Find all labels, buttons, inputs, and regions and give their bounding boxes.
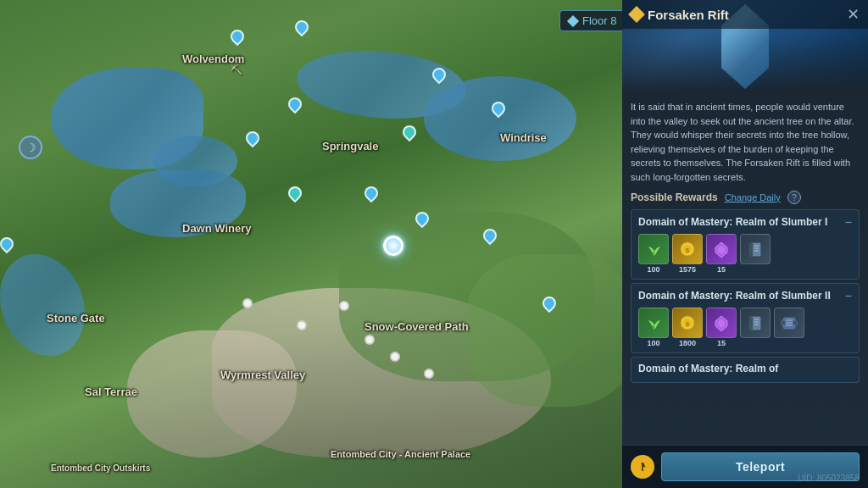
- map-pin-star-3: [339, 301, 349, 311]
- reward-icon-book-1: [740, 234, 771, 264]
- reward-card-3-title: Domain of Mastery: Realm of: [638, 363, 778, 374]
- reward-item-book-2: [740, 308, 771, 347]
- reward-item-book-1: [740, 234, 771, 274]
- svg-text:$: $: [686, 247, 690, 254]
- map-pin-13[interactable]: [0, 235, 16, 254]
- map-pin-3[interactable]: [400, 123, 420, 142]
- svg-point-25: [793, 320, 798, 325]
- map-pin-star-2: [297, 320, 307, 330]
- svg-rect-19: [750, 317, 753, 330]
- floor-indicator: Floor 8: [559, 10, 626, 31]
- reward-item-coin-1: $ 1575: [672, 234, 703, 274]
- map-pin-9[interactable]: [362, 184, 381, 203]
- map-pin-7[interactable]: [243, 129, 263, 148]
- reward-count-plant-2: 100: [647, 339, 659, 347]
- reward-icon-plant-2: [638, 308, 669, 338]
- panel-title-bar: Forsaken Rift ✕: [622, 0, 868, 29]
- close-button[interactable]: ✕: [847, 7, 860, 22]
- panel-description: It is said that in ancient times, people…: [631, 100, 860, 184]
- svg-point-24: [781, 320, 786, 325]
- reward-card-1: Domain of Mastery: Realm of Slumber I − …: [631, 209, 860, 280]
- reward-icon-coin-2: $: [672, 308, 703, 338]
- help-button[interactable]: ?: [787, 191, 801, 204]
- right-panel: Forsaken Rift ✕ It is said that in ancie…: [622, 0, 868, 488]
- reward-count-gem-1: 15: [717, 265, 726, 274]
- reward-count-coin-2: 1800: [679, 339, 696, 347]
- reward-card-1-items: 100 $ 1575: [638, 234, 852, 274]
- reward-icon-coin-1: $: [672, 234, 703, 264]
- reward-icon-scroll-2: [774, 308, 804, 338]
- reward-count-gem-2: 15: [717, 339, 726, 347]
- reward-item-plant-2: 100: [638, 308, 669, 347]
- rewards-label: Possible Rewards: [631, 191, 718, 203]
- reward-icon-plant-1: [638, 234, 669, 264]
- map-pin-8[interactable]: [286, 184, 305, 203]
- svg-text:$: $: [686, 320, 690, 328]
- map-label-springvale: Springvale: [322, 140, 378, 152]
- map-pin-star-4: [364, 335, 375, 345]
- panel-header-image: Forsaken Rift ✕: [622, 0, 868, 93]
- panel-body: It is said that in ancient times, people…: [622, 93, 868, 445]
- floor-diamond-icon: [567, 14, 579, 26]
- teleport-icon: [636, 460, 649, 474]
- map-pin-2[interactable]: [228, 27, 248, 47]
- reward-card-1-collapse[interactable]: −: [845, 215, 852, 229]
- reward-icon-gem-2: [706, 308, 737, 338]
- map-pin-star-1: [242, 298, 253, 308]
- map-pin-1[interactable]: [292, 18, 312, 37]
- map-symbol-moon: ☽: [19, 136, 42, 159]
- reward-item-gem-2: 15: [706, 308, 737, 347]
- reward-card-2-title: Domain of Mastery: Realm of Slumber II: [638, 290, 831, 302]
- floor-label: Floor 8: [582, 14, 616, 27]
- svg-rect-0: [653, 252, 654, 256]
- rewards-scroll[interactable]: Domain of Mastery: Realm of Slumber I − …: [631, 209, 860, 445]
- map-pin-star-6: [424, 369, 434, 379]
- reward-item-gem-1: 15: [706, 234, 737, 274]
- map-pin-6[interactable]: [286, 95, 305, 114]
- reward-card-3: Domain of Mastery: Realm of: [631, 357, 860, 383]
- reward-icon-book-2: [740, 308, 771, 338]
- title-diamond-icon: [628, 6, 645, 23]
- map-container: Wolvendom Windrise Springvale Dawn Winer…: [0, 0, 644, 488]
- svg-rect-8: [750, 243, 753, 256]
- map-label-entombed-outskirts: Entombed City Outskirts: [51, 463, 150, 473]
- rewards-header: Possible Rewards Change Daily ?: [631, 191, 860, 204]
- reward-icon-gem-1: [706, 234, 737, 264]
- reward-card-2-collapse[interactable]: −: [845, 289, 852, 302]
- reward-count-plant-1: 100: [647, 265, 659, 274]
- panel-title: Forsaken Rift: [648, 8, 729, 22]
- domain-pin-active[interactable]: [383, 236, 403, 256]
- reward-card-2-items: 100 $ 1800: [638, 308, 852, 347]
- uid-text: UID: 805023858: [798, 474, 860, 483]
- map-pin-star-5: [390, 352, 400, 362]
- reward-item-plant-1: 100: [638, 234, 669, 274]
- reward-count-coin-1: 1575: [679, 265, 696, 274]
- reward-card-1-title: Domain of Mastery: Realm of Slumber I: [638, 216, 827, 228]
- change-daily-button[interactable]: Change Daily: [725, 192, 781, 202]
- svg-rect-12: [653, 325, 654, 330]
- reward-card-2: Domain of Mastery: Realm of Slumber II −…: [631, 283, 860, 353]
- reward-item-coin-2: $ 1800: [672, 308, 703, 347]
- reward-item-scroll-2: [774, 308, 804, 347]
- teleport-icon-wrap: [631, 455, 654, 479]
- map-symbol-pickaxe: ⛏: [231, 64, 242, 77]
